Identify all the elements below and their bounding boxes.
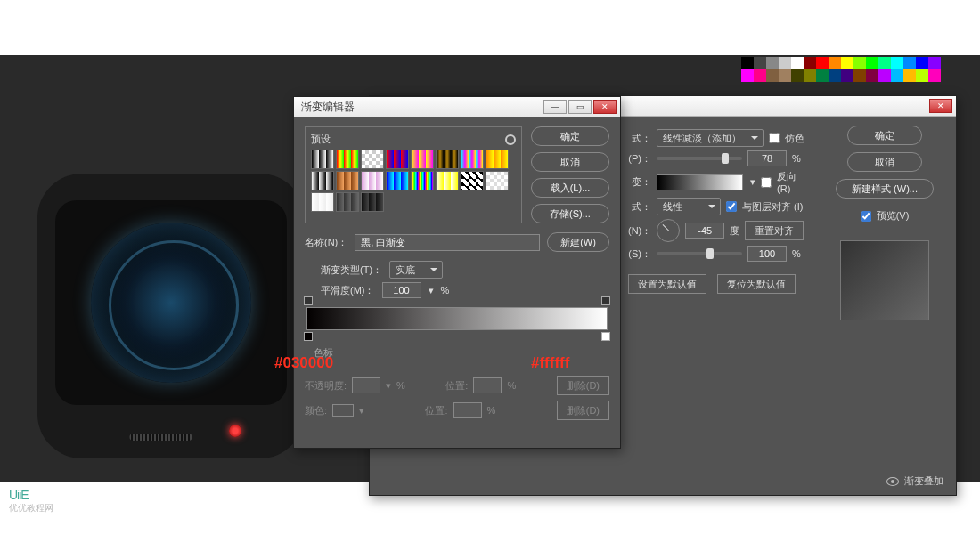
scale-input[interactable] [747,246,787,262]
new-style-button[interactable]: 新建样式 (W)... [836,179,934,199]
preset-gradient[interactable] [336,192,359,212]
preset-gradient[interactable] [361,150,384,169]
save-button[interactable]: 存储(S)... [531,204,609,223]
swatch[interactable] [903,57,916,69]
swatch[interactable] [878,57,891,69]
stop-position2-input[interactable] [453,402,482,418]
preset-gradient[interactable] [461,150,484,169]
preset-gradient[interactable] [311,192,334,212]
stop-opacity-input[interactable] [352,377,380,393]
gradient-overlay-footer[interactable]: 渐变叠加 [886,474,943,488]
load-button[interactable]: 载入(L)... [531,178,609,198]
preset-gradient[interactable] [436,150,459,169]
effect-preview [840,240,929,320]
swatch[interactable] [766,69,779,82]
reverse-checkbox[interactable] [761,177,772,188]
blend-mode-select[interactable]: 线性减淡（添加） [657,129,764,147]
preset-gradient[interactable] [311,171,334,190]
hex-annotation-right: #ffffff [531,354,569,372]
cancel-button[interactable]: 取消 [531,152,609,172]
preset-gradient[interactable] [461,171,484,190]
swatch[interactable] [916,57,928,69]
swatch[interactable] [779,57,791,69]
swatch[interactable] [791,69,804,82]
align-checkbox[interactable] [726,201,737,212]
swatch[interactable] [866,69,878,82]
swatch[interactable] [816,57,829,69]
preset-gradient[interactable] [411,171,434,190]
minimize-icon[interactable]: — [543,100,567,114]
swatch[interactable] [878,69,891,82]
delete-color-button[interactable]: 删除(D) [557,401,609,420]
swatch[interactable] [829,69,841,82]
gear-icon[interactable] [505,134,516,145]
swatch[interactable] [779,69,791,82]
gradient-bar[interactable] [306,307,608,330]
reset-default-button[interactable]: 复位为默认值 [717,274,796,294]
swatch[interactable] [741,69,754,82]
smoothness-input[interactable] [382,282,421,298]
opacity-input[interactable] [747,150,787,166]
preset-gradient[interactable] [336,150,359,169]
ok-button[interactable]: 确定 [847,126,922,145]
swatch[interactable] [891,57,903,69]
gradient-picker[interactable] [657,174,743,190]
preset-gradient[interactable] [386,171,409,190]
swatch[interactable] [791,57,804,69]
angle-label: (N)： [628,224,651,238]
color-stop-left[interactable] [304,332,313,341]
maximize-icon[interactable]: ▭ [568,100,592,114]
reset-align-button[interactable]: 重置对齐 [745,221,804,240]
gradient-editor-titlebar[interactable]: 渐变编辑器 — ▭ ✕ [294,97,620,117]
opacity-stop-right[interactable] [601,296,610,305]
preset-gradient[interactable] [336,171,359,190]
close-icon[interactable]: ✕ [593,100,617,114]
preset-gradient[interactable] [361,171,384,190]
set-default-button[interactable]: 设置为默认值 [628,274,706,294]
opacity-slider[interactable] [657,157,742,160]
swatch[interactable] [903,69,916,82]
scale-slider[interactable] [657,252,742,255]
preset-gradient[interactable] [436,171,459,190]
stop-color-swatch[interactable] [332,404,354,417]
angle-dial[interactable] [657,219,680,242]
new-button[interactable]: 新建(W) [547,232,609,252]
swatch[interactable] [816,69,829,82]
close-icon[interactable]: ✕ [929,99,952,113]
swatch[interactable] [853,57,866,69]
angle-input[interactable] [685,223,724,239]
swatch[interactable] [866,57,878,69]
swatch[interactable] [891,69,903,82]
swatch[interactable] [853,69,866,82]
swatch[interactable] [841,69,853,82]
preset-gradient[interactable] [386,150,409,169]
swatch[interactable] [928,57,941,69]
preset-gradient[interactable] [311,150,334,169]
preset-gradient[interactable] [486,150,509,169]
delete-stop-button[interactable]: 删除(D) [557,376,609,395]
swatch[interactable] [928,69,941,82]
swatch[interactable] [754,57,766,69]
color-stop-right[interactable] [601,332,610,341]
name-input[interactable] [355,234,540,251]
preset-grid [311,150,516,212]
opacity-stop-left[interactable] [304,296,313,305]
swatch[interactable] [741,57,754,69]
swatch[interactable] [916,69,928,82]
dither-checkbox[interactable] [769,133,780,143]
swatch[interactable] [766,57,779,69]
preset-gradient[interactable] [411,150,434,169]
swatch[interactable] [804,69,816,82]
style-select[interactable]: 线性 [657,198,721,215]
cancel-button[interactable]: 取消 [847,152,922,172]
preset-gradient[interactable] [486,171,509,190]
swatch[interactable] [829,57,841,69]
stop-position-input[interactable] [473,377,502,393]
ok-button[interactable]: 确定 [531,126,609,146]
swatch[interactable] [804,57,816,69]
preset-gradient[interactable] [361,192,384,212]
gradient-type-select[interactable]: 实底 [389,261,443,279]
swatch[interactable] [841,57,853,69]
swatch[interactable] [754,69,766,82]
preview-checkbox[interactable] [861,211,871,222]
